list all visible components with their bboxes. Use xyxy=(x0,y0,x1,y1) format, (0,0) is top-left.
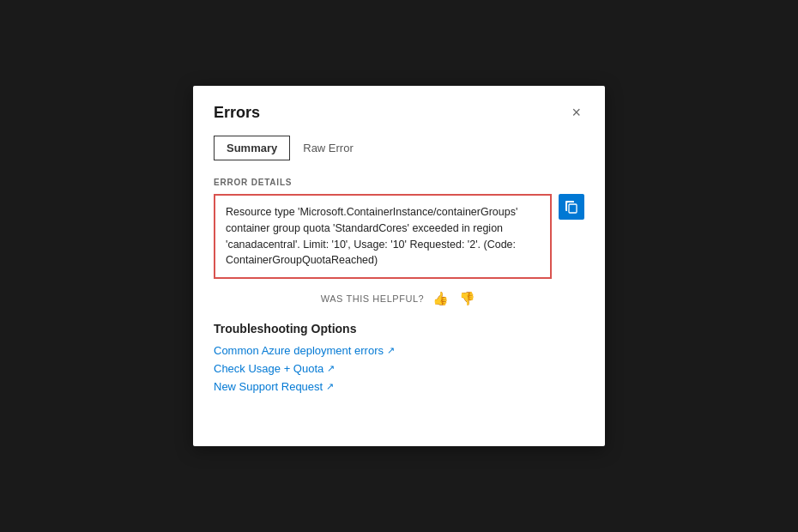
thumbdown-button[interactable]: 👎 xyxy=(457,291,477,306)
link-support-request-label: New Support Request xyxy=(214,380,323,393)
error-details-label: ERROR DETAILS xyxy=(214,178,584,187)
error-message-box: Resource type 'Microsoft.ContainerInstan… xyxy=(214,194,552,279)
dialog-title: Errors xyxy=(214,104,260,122)
thumbdown-icon: 👎 xyxy=(459,291,475,305)
error-details-section: ERROR DETAILS Resource type 'Microsoft.C… xyxy=(214,178,584,279)
link-common-errors-label: Common Azure deployment errors xyxy=(214,344,384,357)
copy-icon xyxy=(565,200,578,214)
helpful-label: WAS THIS HELPFUL? xyxy=(321,293,425,304)
dialog-header: Errors × xyxy=(214,103,584,122)
link-check-usage[interactable]: Check Usage + Quota ↗ xyxy=(214,362,584,375)
link-check-usage-label: Check Usage + Quota xyxy=(214,362,323,375)
error-details-row: Resource type 'Microsoft.ContainerInstan… xyxy=(214,194,584,279)
thumbup-button[interactable]: 👍 xyxy=(431,291,450,306)
link-support-request[interactable]: New Support Request ↗ xyxy=(214,380,584,393)
close-button[interactable]: × xyxy=(568,103,584,122)
tab-summary[interactable]: Summary xyxy=(214,136,290,160)
thumbup-icon: 👍 xyxy=(432,291,449,305)
tab-raw-error[interactable]: Raw Error xyxy=(290,136,366,160)
error-message-text: Resource type 'Microsoft.ContainerInstan… xyxy=(226,206,517,266)
svg-rect-0 xyxy=(569,204,577,213)
external-link-icon-0: ↗ xyxy=(387,345,395,356)
tab-bar: Summary Raw Error xyxy=(214,136,584,160)
link-common-errors[interactable]: Common Azure deployment errors ↗ xyxy=(214,344,584,357)
troubleshooting-section: Troubleshooting Options Common Azure dep… xyxy=(214,322,584,393)
helpful-row: WAS THIS HELPFUL? 👍 👎 xyxy=(214,291,584,306)
troubleshooting-title: Troubleshooting Options xyxy=(214,322,584,336)
errors-dialog: Errors × Summary Raw Error ERROR DETAILS… xyxy=(193,86,605,446)
external-link-icon-2: ↗ xyxy=(326,381,334,392)
copy-button[interactable] xyxy=(559,194,584,220)
external-link-icon-1: ↗ xyxy=(327,363,335,374)
